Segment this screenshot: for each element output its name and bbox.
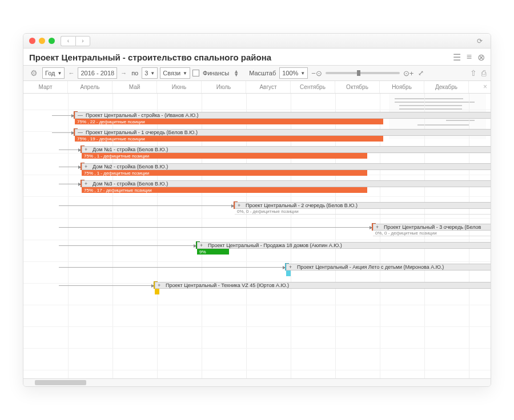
upload-icon[interactable]: ⇧	[470, 68, 477, 78]
month-header: Июнь	[157, 81, 202, 93]
zoom-out-icon[interactable]: −⊙	[310, 69, 323, 78]
gantt-task[interactable]: +Дом №1 - стройка (Белов В.Ю.)75% , 1 - …	[82, 146, 491, 153]
month-header: Декабрь	[424, 81, 469, 93]
task-label-bar[interactable]: +Проект Центральный - 3 очередь (Белов	[373, 224, 491, 231]
depth-label: по	[130, 70, 139, 76]
task-label-bar[interactable]: +Проект Центральный - Техника VZ 45 (Юрт…	[155, 282, 491, 289]
toolbar: ⚙ Год▼ ← 2016 - 2018 → по 3▼ Связи▼ Фина…	[23, 65, 491, 81]
task-expander[interactable]: +	[158, 282, 160, 288]
task-expander[interactable]: +	[289, 264, 292, 270]
zoom-in-icon[interactable]: ⊙+	[402, 69, 415, 78]
task-progress: 75% , 1 - дефицитные позиции	[82, 170, 367, 176]
task-label: Проект Центральный - 1 очередь (Белов В.…	[86, 130, 198, 135]
task-progress: 75% , 22 - дефицитные позиции	[75, 119, 383, 124]
print-icon[interactable]: ⎙	[481, 68, 486, 78]
task-label-bar[interactable]: +Проект Центральный - 2 очередь (Белов В…	[235, 202, 491, 209]
task-progress	[286, 270, 291, 276]
gantt-task[interactable]: +Проект Центральный - Техника VZ 45 (Юрт…	[155, 282, 491, 289]
year-prev-button[interactable]: ←	[67, 70, 75, 76]
month-header: Март	[23, 81, 68, 93]
timeline-header: МартАпрельМайИюньИюльАвгустСентябрьОктяб…	[23, 81, 491, 94]
task-expander[interactable]: +	[85, 181, 87, 187]
task-label-bar[interactable]: —Проект Центральный - 1 очередь (Белов В…	[75, 129, 491, 136]
task-progress	[155, 289, 159, 294]
month-header: Август	[246, 81, 291, 93]
task-label: Проект Центральный - 3 очередь (Белов	[384, 224, 481, 230]
fit-icon[interactable]: ⤢	[417, 69, 425, 77]
gantt-task[interactable]: +Проект Центральный - Акция Лето с детьм…	[286, 264, 491, 270]
gantt-chart[interactable]: —Проект Центральный - стройка - (Иванов …	[23, 94, 491, 378]
links-select[interactable]: Связи▼	[160, 67, 190, 79]
header: Проект Центральный - строительство спаль…	[23, 49, 491, 65]
finance-label: Финансы	[202, 70, 230, 76]
gear-icon[interactable]: ⚙	[28, 68, 40, 78]
back-button[interactable]: ‹	[61, 36, 75, 46]
task-progress: 75% , 17 - дефицитные позиции	[82, 187, 367, 193]
gantt-task[interactable]: —Проект Центральный - 1 очередь (Белов В…	[75, 129, 491, 136]
period-mode-select[interactable]: Год▼	[42, 67, 65, 79]
task-label-bar[interactable]: +Дом №2 - стройка (Белов В.Ю.)	[82, 163, 491, 170]
task-progress: 75% , 1 - дефицитные позиции	[82, 153, 367, 159]
close-icon[interactable]	[29, 38, 35, 44]
year-next-button[interactable]: →	[119, 70, 128, 76]
task-expander[interactable]: +	[238, 203, 240, 208]
task-label-bar[interactable]: +Проект Центральный - Продажа 18 домов (…	[197, 242, 491, 249]
task-label: Проект Центральный - Акция Лето с детьми…	[297, 264, 444, 270]
depth-select[interactable]: 3▼	[142, 67, 158, 79]
task-expander[interactable]: —	[78, 112, 83, 118]
gantt-task[interactable]: +Дом №2 - стройка (Белов В.Ю.)75% , 1 - …	[82, 163, 491, 170]
window-controls	[29, 38, 55, 44]
task-label-bar[interactable]: +Дом №3 - стройка (Белов В.Ю.)	[82, 180, 491, 187]
task-label: Проект Центральный - стройка - (Иванов А…	[86, 112, 199, 118]
task-progress: 9%	[197, 249, 229, 255]
close-timeline-icon[interactable]: ×	[483, 83, 487, 91]
header-actions: ☰ ≡ ⊗	[453, 52, 485, 63]
close-panel-icon[interactable]: ⊗	[477, 52, 485, 63]
gantt-task[interactable]: —Проект Центральный - стройка - (Иванов …	[75, 112, 491, 119]
month-header: Май	[113, 81, 157, 93]
list-icon[interactable]: ☰	[453, 52, 461, 63]
filter-icon[interactable]: ≡	[467, 52, 472, 63]
month-header: Июль	[202, 81, 246, 93]
titlebar: ‹ › ⟳	[23, 34, 491, 49]
task-label: Дом №2 - стройка (Белов В.Ю.)	[93, 164, 168, 169]
task-label-bar[interactable]: +Проект Центральный - Акция Лето с детьм…	[286, 264, 491, 270]
year-range-select[interactable]: 2016 - 2018	[78, 67, 117, 79]
scale-select[interactable]: 100%▼	[279, 67, 308, 79]
reload-icon[interactable]: ⟳	[477, 37, 483, 45]
task-label-bar[interactable]: +Дом №1 - стройка (Белов В.Ю.)	[82, 146, 491, 153]
page-title: Проект Центральный - строительство спаль…	[29, 52, 271, 62]
zoom-slider[interactable]	[326, 72, 400, 74]
task-progress: 75% , 19 - дефицитные позиции	[75, 136, 383, 142]
maximize-icon[interactable]	[49, 38, 55, 44]
horizontal-scrollbar[interactable]	[23, 378, 491, 386]
finance-checkbox[interactable]	[192, 70, 199, 76]
task-expander[interactable]: —	[78, 130, 83, 135]
task-label: Проект Центральный - Техника VZ 45 (Юрто…	[166, 282, 289, 288]
finance-sort[interactable]: ▲▼	[232, 70, 240, 76]
nav-arrows: ‹ ›	[61, 36, 90, 46]
gantt-task[interactable]: +Проект Центральный - Продажа 18 домов (…	[197, 242, 491, 249]
forward-button[interactable]: ›	[75, 36, 90, 46]
task-expander[interactable]: +	[376, 224, 379, 230]
task-progress: 0%, 0 - дефицитные позиции	[235, 209, 491, 215]
month-header: Ноябрь	[380, 81, 424, 93]
scale-label: Масштаб	[248, 70, 277, 76]
minimize-icon[interactable]	[39, 38, 45, 44]
month-header: Сентябрь	[291, 81, 335, 93]
task-label: Проект Центральный - Продажа 18 домов (А…	[208, 243, 342, 248]
task-label-bar[interactable]: —Проект Центральный - стройка - (Иванов …	[75, 112, 491, 119]
app-window: ‹ › ⟳ Проект Центральный - строительство…	[23, 33, 491, 387]
gantt-task[interactable]: +Проект Центральный - 2 очередь (Белов В…	[235, 202, 491, 209]
task-label: Дом №1 - стройка (Белов В.Ю.)	[93, 147, 168, 152]
task-expander[interactable]: +	[85, 164, 87, 169]
month-header: Апрель	[68, 81, 113, 93]
task-progress: 0%, 0 - дефицитные позиции	[373, 231, 491, 236]
task-expander[interactable]: +	[85, 147, 87, 152]
gantt-task[interactable]: +Дом №3 - стройка (Белов В.Ю.)75% , 17 -…	[82, 180, 491, 187]
task-expander[interactable]: +	[200, 243, 203, 248]
gantt-task[interactable]: +Проект Центральный - 3 очередь (Белов0%…	[373, 224, 491, 231]
task-label: Проект Центральный - 2 очередь (Белов В.…	[246, 203, 358, 208]
month-header: Октябрь	[335, 81, 380, 93]
task-label: Дом №3 - стройка (Белов В.Ю.)	[93, 181, 168, 187]
